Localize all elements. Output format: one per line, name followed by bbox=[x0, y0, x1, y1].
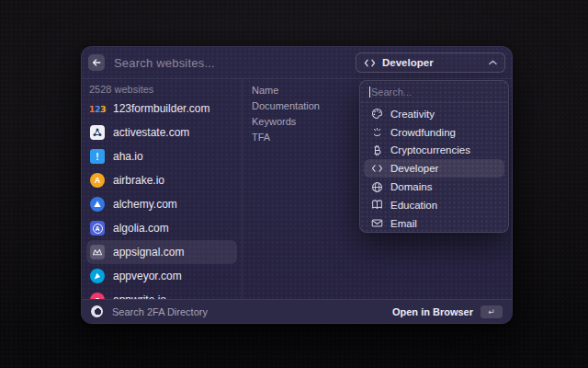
column-divider bbox=[242, 79, 243, 299]
activestate-molecule-favicon bbox=[90, 125, 105, 140]
details-pane: Name Documentation Keywords TFA bbox=[252, 85, 320, 144]
menu-item-cryptocurrencies[interactable]: Cryptocurrencies bbox=[364, 142, 504, 160]
menu-item-label: Email bbox=[390, 218, 417, 229]
list-item-appsignal-selected[interactable]: appsignal.com bbox=[86, 240, 237, 264]
open-in-browser-button[interactable]: Open in Browser ↵ bbox=[392, 305, 503, 318]
list-count-header: 2528 websites bbox=[89, 84, 153, 95]
algolia-ring-favicon: A bbox=[90, 221, 105, 236]
website-name: appsignal.com bbox=[113, 246, 184, 259]
status-bar: Search 2FA Directory Open in Browser ↵ bbox=[82, 299, 512, 323]
enter-key-icon: ↵ bbox=[481, 305, 503, 318]
dropdown-search-placeholder: Search... bbox=[371, 86, 412, 98]
list-item-algolia[interactable]: A algolia.com bbox=[86, 216, 237, 240]
extension-title: Search 2FA Directory bbox=[112, 306, 392, 317]
list-item-aha[interactable]: ! aha.io bbox=[86, 144, 237, 168]
123formbuilder-favicon: 123 bbox=[90, 101, 105, 116]
alchemy-triangle-favicon bbox=[90, 197, 105, 212]
list-item-123formbuilder[interactable]: 123 123formbuilder.com bbox=[86, 97, 237, 121]
envelope-icon bbox=[370, 217, 383, 230]
arrow-left-icon bbox=[91, 57, 102, 68]
category-dropdown-button[interactable]: Developer bbox=[356, 52, 505, 73]
menu-item-creativity[interactable]: Creativity bbox=[364, 105, 504, 123]
category-dropdown-label: Developer bbox=[382, 57, 482, 68]
hand-coins-icon bbox=[370, 126, 383, 139]
dropdown-items: Creativity Crowdfunding Cryptocurrencies bbox=[360, 103, 508, 233]
search-input[interactable]: Search websites... bbox=[114, 56, 356, 70]
website-name: activestate.com bbox=[113, 126, 189, 139]
menu-item-developer-selected[interactable]: Developer bbox=[364, 159, 504, 178]
menu-item-crowdfunding[interactable]: Crowdfunding bbox=[364, 123, 504, 142]
detail-field-tfa: TFA bbox=[252, 132, 320, 144]
desktop-background: Search websites... Developer 2528 websit… bbox=[0, 0, 588, 368]
category-dropdown-menu: Search... Creativity Crowdfunding bbox=[359, 80, 509, 233]
code-icon bbox=[364, 58, 376, 68]
website-name: 123formbuilder.com bbox=[113, 102, 209, 115]
menu-item-education[interactable]: Education bbox=[364, 196, 504, 214]
appveyor-arrow-favicon bbox=[90, 269, 105, 283]
menu-item-label: Crowdfunding bbox=[390, 127, 456, 138]
menu-item-label: Domains bbox=[390, 181, 432, 192]
primary-action-label: Open in Browser bbox=[392, 306, 473, 317]
search-bar: Search websites... Developer bbox=[82, 47, 512, 78]
list-rows: 123 123formbuilder.com activestate.com !… bbox=[82, 97, 242, 312]
detail-field-name: Name bbox=[252, 85, 320, 97]
2fa-directory-logo-icon bbox=[91, 305, 103, 317]
list-item-alchemy[interactable]: alchemy.com bbox=[86, 192, 237, 216]
launcher-window: Search websites... Developer 2528 websit… bbox=[81, 46, 513, 324]
website-name: airbrake.io bbox=[113, 174, 164, 187]
menu-item-domains[interactable]: Domains bbox=[364, 178, 504, 196]
menu-item-email[interactable]: Email bbox=[364, 214, 504, 233]
menu-item-label: Education bbox=[390, 200, 437, 211]
list-item-appveyor[interactable]: appveyor.com bbox=[86, 264, 237, 288]
website-name: aha.io bbox=[113, 150, 143, 163]
book-icon bbox=[370, 199, 383, 212]
palette-icon bbox=[370, 108, 383, 121]
menu-item-label: Creativity bbox=[390, 109, 435, 120]
code-icon bbox=[370, 162, 383, 175]
chevron-up-icon bbox=[489, 60, 497, 65]
website-name: algolia.com bbox=[113, 222, 169, 235]
websites-list: 2528 websites 123 123formbuilder.com act… bbox=[82, 79, 242, 299]
detail-field-documentation: Documentation bbox=[252, 100, 320, 112]
letter-a-favicon: A bbox=[90, 173, 105, 188]
back-button[interactable] bbox=[88, 54, 105, 71]
exclamation-favicon: ! bbox=[90, 149, 105, 164]
menu-item-label: Cryptocurrencies bbox=[390, 144, 470, 155]
website-name: appveyor.com bbox=[113, 270, 182, 282]
list-item-airbrake[interactable]: A airbrake.io bbox=[86, 168, 237, 192]
text-cursor bbox=[369, 86, 370, 98]
list-item-activestate[interactable]: activestate.com bbox=[86, 121, 237, 144]
dropdown-search-input[interactable]: Search... bbox=[360, 81, 508, 103]
detail-field-keywords: Keywords bbox=[252, 116, 320, 128]
website-name: alchemy.com bbox=[113, 198, 177, 211]
bitcoin-icon bbox=[370, 144, 383, 156]
globe-icon bbox=[370, 180, 383, 193]
menu-item-label: Developer bbox=[390, 163, 438, 174]
appsignal-crown-favicon bbox=[90, 245, 105, 259]
